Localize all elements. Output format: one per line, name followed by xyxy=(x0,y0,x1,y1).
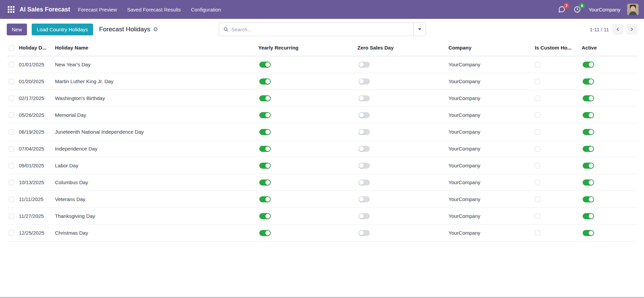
row-checkbox[interactable] xyxy=(9,112,14,118)
yearly-recurring-toggle[interactable] xyxy=(259,146,271,152)
table-row[interactable]: 05/26/2025 Memorial Day YourCompany xyxy=(7,106,637,123)
active-toggle[interactable] xyxy=(583,112,594,118)
column-header-zero-sales-day[interactable]: Zero Sales Day xyxy=(357,40,448,56)
zero-sales-day-toggle[interactable] xyxy=(358,179,370,186)
active-toggle[interactable] xyxy=(583,95,594,101)
table-row[interactable]: 12/25/2025 Christmas Day YourCompany xyxy=(7,224,637,241)
active-toggle[interactable] xyxy=(583,62,594,68)
row-checkbox[interactable] xyxy=(9,129,14,135)
is-custom-holiday-checkbox[interactable] xyxy=(535,213,540,219)
company-switcher[interactable]: YourCompany xyxy=(588,7,620,12)
row-checkbox[interactable] xyxy=(9,79,14,84)
is-custom-holiday-checkbox[interactable] xyxy=(535,62,540,67)
table-row[interactable]: 10/13/2025 Columbus Day YourCompany xyxy=(7,174,637,191)
holiday-name-cell: Christmas Day xyxy=(55,224,258,241)
yearly-recurring-toggle[interactable] xyxy=(259,213,271,219)
search-input[interactable] xyxy=(231,23,413,36)
active-toggle[interactable] xyxy=(583,196,594,202)
is-custom-holiday-checkbox[interactable] xyxy=(535,129,540,135)
table-row[interactable]: 06/19/2025 Juneteenth National Independe… xyxy=(7,123,637,140)
new-button[interactable]: New xyxy=(7,24,27,35)
list-view: Holiday D... Holiday Name Yearly Recurri… xyxy=(0,40,644,241)
is-custom-holiday-checkbox[interactable] xyxy=(535,79,540,84)
zero-sales-day-toggle[interactable] xyxy=(358,78,370,85)
row-checkbox[interactable] xyxy=(9,180,14,185)
active-toggle[interactable] xyxy=(583,163,594,169)
table-row[interactable]: 01/20/2025 Martin Luther King Jr. Day Yo… xyxy=(7,73,637,90)
zero-sales-day-toggle[interactable] xyxy=(358,230,370,236)
row-checkbox[interactable] xyxy=(9,96,14,101)
row-checkbox[interactable] xyxy=(9,62,14,67)
column-header-yearly-recurring[interactable]: Yearly Recurring xyxy=(258,40,357,56)
yearly-recurring-toggle[interactable] xyxy=(259,230,271,236)
yearly-recurring-toggle[interactable] xyxy=(259,196,271,202)
active-toggle[interactable] xyxy=(583,230,594,236)
apps-grid-icon[interactable] xyxy=(5,4,17,15)
menu-saved-forecast-results[interactable]: Saved Forecast Results xyxy=(123,4,185,15)
pager-previous-button[interactable] xyxy=(612,24,623,35)
main-menu: Forecast Preview Saved Forecast Results … xyxy=(74,4,225,15)
active-toggle[interactable] xyxy=(583,179,594,186)
is-custom-holiday-checkbox[interactable] xyxy=(535,112,540,118)
is-custom-holiday-checkbox[interactable] xyxy=(535,146,540,152)
column-header-holiday-date[interactable]: Holiday D... xyxy=(19,40,55,56)
row-checkbox[interactable] xyxy=(9,213,14,219)
row-checkbox[interactable] xyxy=(9,197,14,202)
yearly-recurring-toggle[interactable] xyxy=(259,62,271,68)
active-toggle[interactable] xyxy=(583,146,594,152)
messages-icon[interactable]: 7 xyxy=(557,5,566,14)
yearly-recurring-toggle[interactable] xyxy=(259,179,271,186)
holiday-date-cell: 11/27/2025 xyxy=(19,207,55,224)
user-avatar[interactable] xyxy=(627,4,639,15)
zero-sales-day-toggle[interactable] xyxy=(358,146,370,152)
column-header-is-custom-holiday[interactable]: Is Custom Ho... xyxy=(535,40,582,56)
is-custom-holiday-checkbox[interactable] xyxy=(535,230,540,236)
yearly-recurring-toggle[interactable] xyxy=(259,95,271,101)
active-toggle[interactable] xyxy=(583,78,594,85)
holiday-date-cell: 11/11/2025 xyxy=(19,191,55,207)
table-row[interactable]: 01/01/2025 New Year's Day YourCompany xyxy=(7,56,637,73)
zero-sales-day-toggle[interactable] xyxy=(358,95,370,101)
is-custom-holiday-checkbox[interactable] xyxy=(535,163,540,168)
zero-sales-day-toggle[interactable] xyxy=(358,112,370,118)
select-all-checkbox[interactable] xyxy=(9,45,14,51)
chevron-right-icon xyxy=(629,27,635,32)
yearly-recurring-toggle[interactable] xyxy=(259,163,271,169)
holiday-name-cell: Veterans Day xyxy=(55,191,258,207)
row-checkbox[interactable] xyxy=(9,230,14,236)
column-header-holiday-name[interactable]: Holiday Name xyxy=(55,40,258,56)
app-name[interactable]: AI Sales Forecast xyxy=(20,6,70,13)
menu-configuration[interactable]: Configuration xyxy=(186,4,225,15)
gear-icon[interactable]: ⚙ xyxy=(153,27,158,32)
zero-sales-day-toggle[interactable] xyxy=(358,163,370,169)
table-row[interactable]: 07/04/2025 Independence Day YourCompany xyxy=(7,140,637,157)
menu-forecast-preview[interactable]: Forecast Preview xyxy=(74,4,121,15)
is-custom-holiday-checkbox[interactable] xyxy=(535,180,540,185)
column-header-active[interactable]: Active xyxy=(582,40,637,56)
table-row[interactable]: 11/27/2025 Thanksgiving Day YourCompany xyxy=(7,207,637,224)
zero-sales-day-toggle[interactable] xyxy=(358,196,370,202)
column-header-company[interactable]: Company xyxy=(448,40,535,56)
zero-sales-day-toggle[interactable] xyxy=(358,129,370,135)
active-toggle[interactable] xyxy=(583,213,594,219)
page-title: Forecast Holidays xyxy=(99,26,150,33)
activities-clock-icon[interactable]: 8 xyxy=(573,5,582,14)
yearly-recurring-toggle[interactable] xyxy=(259,78,271,85)
table-row[interactable]: 02/17/2025 Washington's Birthday YourCom… xyxy=(7,90,637,106)
company-cell: YourCompany xyxy=(448,224,535,241)
active-toggle[interactable] xyxy=(583,129,594,135)
row-checkbox[interactable] xyxy=(9,163,14,168)
table-row[interactable]: 09/01/2025 Labor Day YourCompany xyxy=(7,157,637,174)
search-dropdown-toggle[interactable] xyxy=(413,23,426,36)
zero-sales-day-toggle[interactable] xyxy=(358,213,370,219)
load-country-holidays-button[interactable]: Load Country Holidays xyxy=(32,24,93,35)
table-row[interactable]: 11/11/2025 Veterans Day YourCompany xyxy=(7,191,637,207)
yearly-recurring-toggle[interactable] xyxy=(259,129,271,135)
zero-sales-day-toggle[interactable] xyxy=(358,62,370,68)
is-custom-holiday-checkbox[interactable] xyxy=(535,96,540,101)
search-icon xyxy=(219,27,231,32)
row-checkbox[interactable] xyxy=(9,146,14,152)
is-custom-holiday-checkbox[interactable] xyxy=(535,197,540,202)
pager-next-button[interactable] xyxy=(626,24,637,35)
yearly-recurring-toggle[interactable] xyxy=(259,112,271,118)
